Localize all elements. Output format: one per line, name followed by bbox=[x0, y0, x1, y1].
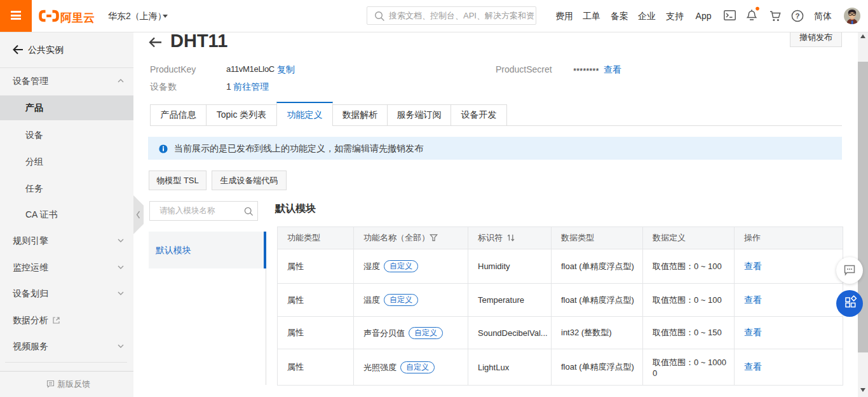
svg-text:?: ? bbox=[795, 12, 799, 20]
